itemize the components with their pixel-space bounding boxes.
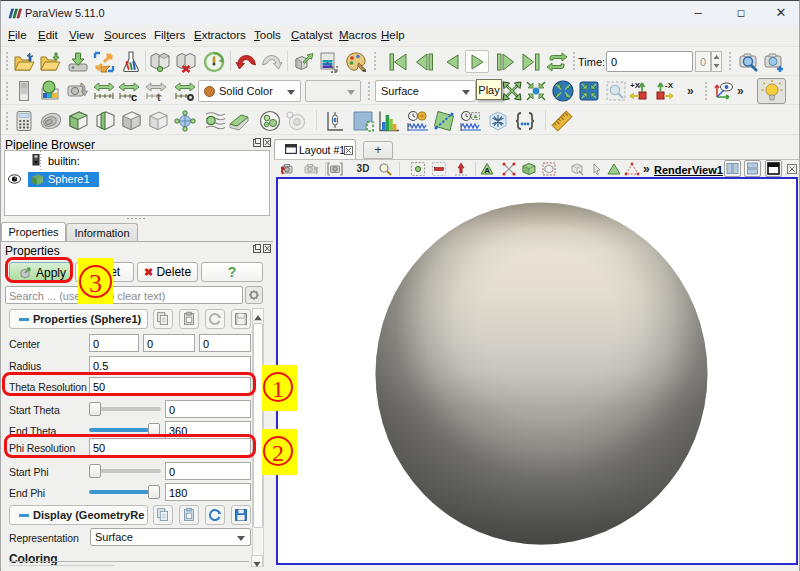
svg-text:+X: +X xyxy=(630,81,641,90)
svg-text:t: t xyxy=(157,91,161,103)
svg-text:-X: -X xyxy=(665,81,674,90)
svg-text:A: A xyxy=(484,166,490,175)
svg-text:c: c xyxy=(131,91,137,103)
